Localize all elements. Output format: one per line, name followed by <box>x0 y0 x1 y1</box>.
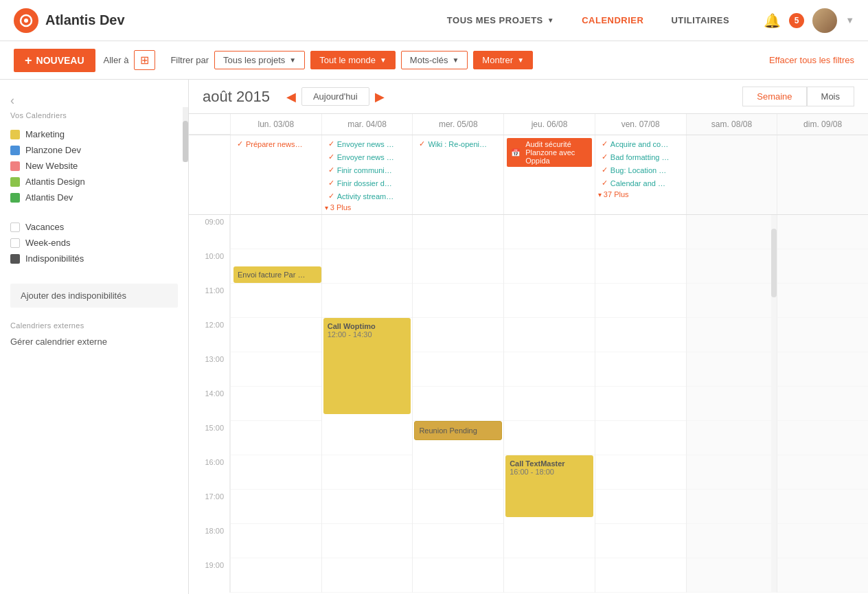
time-row-thu-1 <box>504 249 595 284</box>
sidebar-collapse-btn[interactable]: ‹ <box>10 93 14 108</box>
time-row-tue-2 <box>322 284 413 318</box>
time-row-mon-7 <box>231 455 321 490</box>
calendar-atlantis-dev[interactable]: Atlantis Dev <box>10 190 178 205</box>
cal-name-new-website: New Website <box>25 161 78 171</box>
notification-badge[interactable]: 5 <box>789 13 804 28</box>
chevron-down-icon: ▾ <box>325 204 328 212</box>
nav-calendrier[interactable]: CALENDRIER <box>568 10 657 31</box>
nav-projets[interactable]: TOUS MES PROJETS ▼ <box>433 10 568 31</box>
event-calendar-and[interactable]: ✓ Calendar and … <box>598 177 683 189</box>
time-row-fri-8 <box>595 490 686 524</box>
semaine-view-btn[interactable]: Semaine <box>742 87 806 106</box>
calendar-vacances[interactable]: Vacances <box>10 219 178 235</box>
time-1900: 19:00 <box>189 558 230 593</box>
filter-monde-dropdown[interactable]: Tout le monde ▼ <box>310 51 396 69</box>
event-finir-dossier[interactable]: ✓ Finir dossier d… <box>325 177 410 189</box>
week-grid: lun. 03/08 mar. 04/08 mer. 05/08 jeu. 06… <box>189 114 868 594</box>
calendar-planzone-dev[interactable]: Planzone Dev <box>10 142 178 158</box>
day-col-thu: Call TextMaster 16:00 - 18:00 <box>503 215 595 593</box>
time-0900: 09:00 <box>189 215 230 249</box>
time-row-thu-10 <box>504 558 595 593</box>
time-1500: 15:00 <box>189 421 230 455</box>
time-row-mon-10 <box>231 558 321 593</box>
all-day-mon: ✓ Préparer news… <box>230 135 321 214</box>
event-finir-communi[interactable]: ✓ Finir communi… <box>325 164 410 176</box>
nav-utilitaires[interactable]: UTILITAIRES <box>657 10 743 31</box>
calendar-indispos[interactable]: Indisponibilités <box>10 251 178 266</box>
calendar-weekends[interactable]: Week-ends <box>10 235 178 251</box>
day-header-mon: lun. 03/08 <box>230 114 321 135</box>
cal-dot-indispos <box>10 254 20 264</box>
show-more-tue[interactable]: ▾ 3 Plus <box>325 203 410 212</box>
time-row-mon-9 <box>231 524 321 558</box>
calendar-atlantis-design[interactable]: Atlantis Design <box>10 174 178 190</box>
main-nav: TOUS MES PROJETS ▼ CALENDRIER UTILITAIRE… <box>433 10 743 31</box>
manage-ext-cal-link[interactable]: Gérer calendrier externe <box>10 336 178 347</box>
time-row-fri-1 <box>595 249 686 284</box>
check-icon: ✓ <box>237 139 243 148</box>
month-title: août 2015 <box>203 88 270 106</box>
day-header-tue: mar. 04/08 <box>321 114 413 135</box>
all-day-label <box>189 135 230 214</box>
check-icon: ✓ <box>328 139 334 148</box>
event-call-textmaster[interactable]: Call TextMaster 16:00 - 18:00 <box>505 455 593 517</box>
cal-name-planzone: Planzone Dev <box>25 145 81 155</box>
calendar-icon: 📅 <box>511 148 521 157</box>
grid-view-icon[interactable]: ⊞ <box>134 50 155 70</box>
time-row-thu-9 <box>504 524 595 558</box>
goto-label: Aller à <box>104 55 129 65</box>
right-scrollbar[interactable] <box>771 215 777 593</box>
cal-name-vacances: Vacances <box>25 222 64 232</box>
check-icon: ✓ <box>328 152 334 161</box>
avatar-dropdown-icon[interactable]: ▼ <box>845 15 854 25</box>
sidebar-scrollbar[interactable] <box>183 107 188 162</box>
event-wiki-reopening[interactable]: ✓ Wiki : Re-openi… <box>415 138 501 150</box>
event-bad-formatting[interactable]: ✓ Bad formatting … <box>598 151 683 163</box>
event-acquire[interactable]: ✓ Acquire and co… <box>598 138 683 150</box>
day-header-sun: dim. 09/08 <box>777 114 868 135</box>
header-right: 🔔 5 ▼ <box>764 8 854 33</box>
all-day-tue: ✓ Envoyer news … ✓ Envoyer news … ✓ Fini… <box>321 135 413 214</box>
filter-montrer-dropdown[interactable]: Montrer ▼ <box>473 51 533 69</box>
mois-view-btn[interactable]: Mois <box>807 87 854 106</box>
event-audit-securite[interactable]: 📅 Audit sécurité Planzone avec Oppida <box>507 138 592 167</box>
event-activity-stream[interactable]: ✓ Activity stream… <box>325 190 410 202</box>
time-row-wed-2 <box>413 284 503 318</box>
all-day-sat <box>686 135 777 214</box>
event-bug-location[interactable]: ✓ Bug: Location … <box>598 164 683 176</box>
avatar[interactable] <box>812 8 837 33</box>
today-button[interactable]: Aujourd'hui <box>301 87 369 106</box>
time-row-wed-4 <box>413 352 503 387</box>
bell-icon[interactable]: 🔔 <box>764 12 781 29</box>
cal-name-weekends: Week-ends <box>25 238 71 248</box>
time-row-tue-10 <box>322 558 413 593</box>
event-call-woptimo[interactable]: Call Woptimo 12:00 - 14:30 <box>323 318 411 414</box>
calendar-marketing[interactable]: Marketing <box>10 126 178 142</box>
event-preparer-news[interactable]: ✓ Préparer news… <box>233 138 319 150</box>
time-1300: 13:00 <box>189 352 230 387</box>
toolbar: + NOUVEAU Aller à ⊞ Filtrer par Tous les… <box>0 41 868 80</box>
event-reunion-pending[interactable]: Reunion Pending <box>414 421 502 440</box>
time-row-thu-5 <box>504 387 595 421</box>
add-indispo-button[interactable]: Ajouter des indisponibilités <box>10 284 178 308</box>
show-more-fri[interactable]: ▾ 37 Plus <box>598 190 683 198</box>
filter-mots-dropdown[interactable]: Mots-clés ▼ <box>401 51 468 69</box>
cal-dot-vacances <box>10 222 20 232</box>
event-envoi-facture[interactable]: Envoi facture Par … <box>233 266 321 283</box>
clear-filters-link[interactable]: Effacer tous les filtres <box>769 55 854 65</box>
event-envoyer2[interactable]: ✓ Envoyer news … <box>325 151 410 163</box>
new-button[interactable]: + NOUVEAU <box>14 49 95 72</box>
next-arrow[interactable]: ▶ <box>372 89 387 104</box>
day-col-sun <box>777 215 868 593</box>
day-col-mon: Envoi facture Par … <box>230 215 321 593</box>
prev-arrow[interactable]: ◀ <box>284 89 299 104</box>
view-switcher: Semaine Mois <box>742 87 854 106</box>
event-envoyer1[interactable]: ✓ Envoyer news … <box>325 138 410 150</box>
time-row-fri-0 <box>595 215 686 249</box>
calendar-new-website[interactable]: New Website <box>10 158 178 174</box>
day-col-wed: Reunion Pending <box>412 215 503 593</box>
check-icon: ✓ <box>602 179 608 187</box>
svg-point-1 <box>24 19 28 23</box>
time-1600: 16:00 <box>189 455 230 490</box>
filter-projets-dropdown[interactable]: Tous les projets ▼ <box>214 51 305 69</box>
